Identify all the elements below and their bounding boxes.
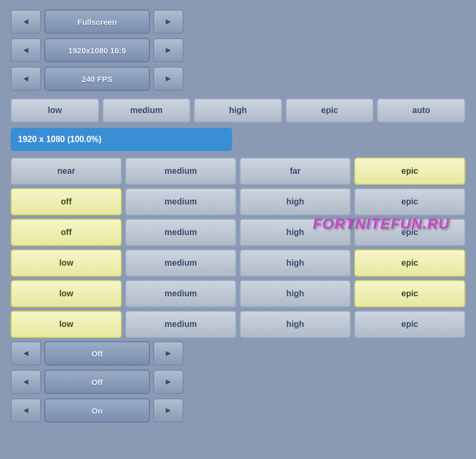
display-row-0: ◄Fullscreen►: [11, 10, 465, 34]
option-row-4: lowmediumhighepic: [11, 280, 465, 307]
option-btn-r3-c2[interactable]: high: [240, 249, 351, 277]
toggle-label-0: Off: [44, 341, 150, 366]
display-label-0: Fullscreen: [44, 10, 150, 34]
option-btn-r4-c2[interactable]: high: [240, 280, 351, 307]
option-row-2: offmediumhighepic: [11, 219, 465, 246]
toggle-label-2: On: [44, 398, 150, 423]
option-row-3: lowmediumhighepic: [11, 249, 465, 277]
toggle-arrow-left-0[interactable]: ◄: [11, 341, 41, 366]
option-btn-r3-c0[interactable]: low: [11, 249, 122, 277]
toggle-arrow-right-1[interactable]: ►: [153, 370, 184, 394]
option-btn-r1-c1[interactable]: medium: [125, 188, 236, 216]
preset-btn-high[interactable]: high: [194, 98, 282, 123]
toggle-arrow-left-2[interactable]: ◄: [11, 398, 41, 423]
option-row-0: nearmediumfarepic: [11, 157, 465, 185]
option-btn-r0-c3[interactable]: epic: [354, 157, 465, 185]
option-btn-r5-c0[interactable]: low: [11, 311, 122, 338]
toggle-arrow-left-1[interactable]: ◄: [11, 370, 41, 394]
option-btn-r1-c0[interactable]: off: [11, 188, 122, 216]
option-btn-r2-c1[interactable]: medium: [125, 219, 236, 246]
settings-panel: ◄Fullscreen►◄1920x1080 16:9►◄240 FPS► lo…: [11, 10, 465, 427]
preset-quality-row: lowmediumhighepicauto: [11, 98, 465, 123]
arrow-left-0[interactable]: ◄: [11, 10, 41, 34]
toggle-row-2: ◄On►: [11, 398, 465, 423]
arrow-right-1[interactable]: ►: [153, 38, 184, 62]
option-btn-r5-c1[interactable]: medium: [125, 311, 236, 338]
option-row-5: lowmediumhighepic: [11, 311, 465, 338]
preset-btn-epic[interactable]: epic: [285, 98, 374, 123]
arrow-right-0[interactable]: ►: [153, 10, 184, 34]
arrow-left-1[interactable]: ◄: [11, 38, 41, 62]
display-label-2: 240 FPS: [44, 67, 150, 91]
toggle-rows: ◄Off►◄Off►◄On►: [11, 341, 465, 423]
resolution-bar: 1920 x 1080 (100.0%): [11, 128, 232, 151]
toggle-label-1: Off: [44, 370, 150, 394]
option-btn-r4-c0[interactable]: low: [11, 280, 122, 307]
preset-btn-low[interactable]: low: [11, 98, 99, 123]
display-row-1: ◄1920x1080 16:9►: [11, 38, 465, 62]
option-rows: nearmediumfarepicoffmediumhighepicoffmed…: [11, 157, 465, 338]
arrow-right-2[interactable]: ►: [153, 67, 184, 91]
option-btn-r2-c2[interactable]: high: [240, 219, 351, 246]
toggle-row-1: ◄Off►: [11, 370, 465, 394]
option-btn-r0-c2[interactable]: far: [240, 157, 351, 185]
option-btn-r5-c3[interactable]: epic: [354, 311, 465, 338]
option-btn-r0-c1[interactable]: medium: [125, 157, 236, 185]
option-row-1: offmediumhighepic: [11, 188, 465, 216]
option-btn-r4-c1[interactable]: medium: [125, 280, 236, 307]
display-row-2: ◄240 FPS►: [11, 67, 465, 91]
option-btn-r5-c2[interactable]: high: [240, 311, 351, 338]
option-btn-r2-c3[interactable]: epic: [354, 219, 465, 246]
option-btn-r1-c3[interactable]: epic: [354, 188, 465, 216]
option-btn-r2-c0[interactable]: off: [11, 219, 122, 246]
display-settings: ◄Fullscreen►◄1920x1080 16:9►◄240 FPS►: [11, 10, 465, 91]
option-btn-r3-c3[interactable]: epic: [354, 249, 465, 277]
option-btn-r4-c3[interactable]: epic: [354, 280, 465, 307]
display-label-1: 1920x1080 16:9: [44, 38, 150, 62]
option-btn-r0-c0[interactable]: near: [11, 157, 122, 185]
preset-btn-auto[interactable]: auto: [377, 98, 465, 123]
toggle-row-0: ◄Off►: [11, 341, 465, 366]
option-btn-r3-c1[interactable]: medium: [125, 249, 236, 277]
arrow-left-2[interactable]: ◄: [11, 67, 41, 91]
toggle-arrow-right-0[interactable]: ►: [153, 341, 184, 366]
toggle-arrow-right-2[interactable]: ►: [153, 398, 184, 423]
preset-btn-medium[interactable]: medium: [102, 98, 191, 123]
option-btn-r1-c2[interactable]: high: [240, 188, 351, 216]
